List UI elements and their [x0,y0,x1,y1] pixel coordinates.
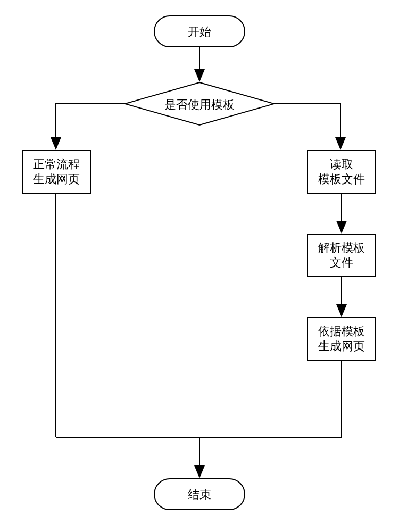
end-label: 结束 [188,488,211,501]
arrow-decision-right [274,104,340,148]
right-step2-line1: 解析模板 [318,241,365,254]
decision-label: 是否使用模板 [164,98,235,111]
right-step2-node [307,234,376,277]
right-step3-node [307,318,376,360]
start-label: 开始 [188,25,211,38]
right-step1-line1: 读取 [330,157,353,171]
right-step2-line2: 文件 [330,256,353,269]
right-step1-node [307,151,376,193]
left-process-node [22,151,90,193]
left-process-line2: 生成网页 [33,172,80,186]
right-step3-line2: 生成网页 [318,339,365,353]
arrow-decision-left [56,104,125,148]
left-process-line1: 正常流程 [33,157,80,171]
right-step3-line1: 依据模板 [318,325,365,338]
right-step1-line2: 模板文件 [318,172,365,186]
